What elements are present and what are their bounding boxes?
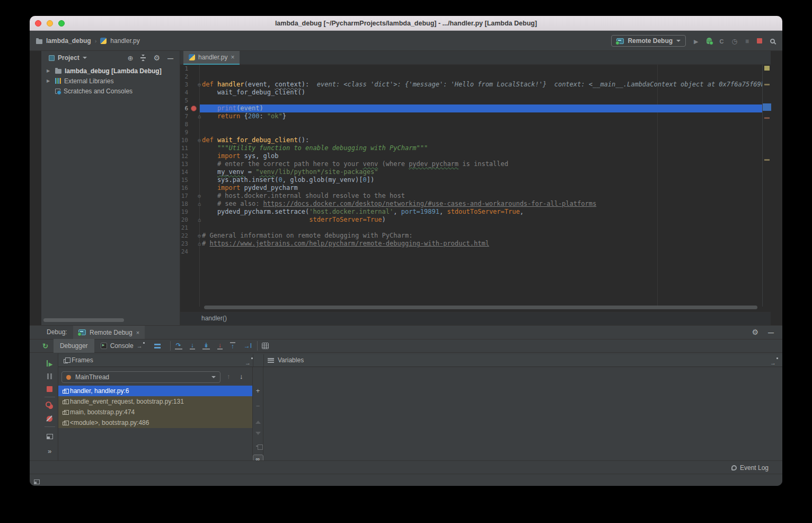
variables-menu-icon[interactable] [268, 358, 274, 363]
step-over-icon[interactable] [175, 342, 182, 350]
editor-tab-handler-py[interactable]: handler.py × [183, 51, 240, 65]
next-frame-icon[interactable]: ↓ [240, 372, 243, 380]
add-icon[interactable]: + [256, 387, 260, 395]
duplicate-icon[interactable] [256, 446, 260, 447]
variables-pin-icon[interactable] [770, 358, 776, 367]
tree-item[interactable]: Scratches and Consoles [41, 86, 180, 96]
restore-layout-icon[interactable] [47, 434, 53, 439]
code-line[interactable]: 4 wait_for_debug_client() [180, 89, 771, 97]
line-number[interactable]: 11 [180, 144, 188, 152]
line-number[interactable]: 23 [180, 240, 188, 248]
code-line[interactable]: 16 import pydevd_pycharm [180, 184, 771, 192]
code-line[interactable]: 18⌂ # see also: https://docs.docker.com/… [180, 200, 771, 208]
code-line[interactable]: 14 my_venv = "venv/lib/python*/site-pack… [180, 168, 771, 176]
line-number[interactable]: 5 [180, 97, 188, 104]
code-line[interactable]: 3⊖def handler(event, context): event: <c… [180, 81, 771, 89]
line-number[interactable]: 20 [180, 216, 188, 224]
tab-console[interactable]: Console [94, 339, 149, 353]
code-line[interactable]: 19 pydevd_pycharm.settrace('host.docker.… [180, 208, 771, 216]
editor-horizontal-scrollbar[interactable] [204, 306, 757, 309]
line-number[interactable]: 18 [180, 200, 188, 208]
frame-row[interactable]: handle_event_request, bootstrap.py:131 [58, 396, 252, 407]
line-number[interactable]: 15 [180, 176, 188, 184]
close-tab-icon[interactable]: × [231, 54, 234, 61]
breakpoint-icon[interactable] [191, 106, 197, 111]
code-line[interactable]: 21 [180, 224, 771, 232]
code-line[interactable]: 15 sys.path.insert(0, glob.glob(my_venv)… [180, 176, 771, 184]
line-number[interactable]: 22 [180, 232, 188, 240]
previous-frame-icon[interactable]: ↑ [227, 372, 231, 380]
frame-row[interactable]: main, bootstrap.py:474 [58, 407, 252, 417]
run-to-cursor-icon[interactable] [243, 343, 253, 349]
line-number[interactable]: 24 [180, 248, 188, 256]
line-number[interactable]: 10 [180, 136, 188, 144]
rerun-icon[interactable] [42, 341, 48, 351]
resume-icon[interactable] [47, 360, 53, 367]
code-line[interactable]: 2 [180, 73, 771, 81]
editor-error-stripe[interactable] [762, 65, 771, 307]
project-panel-title[interactable]: Project [58, 54, 80, 62]
event-log-button[interactable]: Event Log [731, 461, 769, 474]
code-line[interactable]: 9 [180, 128, 771, 136]
breadcrumb-project[interactable]: lambda_debug [46, 37, 91, 45]
tool-window-toggle-icon[interactable] [34, 480, 40, 484]
code-line[interactable]: 22⊖# General information on remote debug… [180, 232, 771, 240]
step-into-my-code-icon[interactable] [217, 342, 223, 350]
code-line[interactable]: 17⊖ # host.docker.internal should resolv… [180, 192, 771, 200]
expand-arrow-icon[interactable]: ▶ [47, 68, 52, 73]
force-step-into-icon[interactable] [202, 342, 210, 350]
tree-item[interactable]: ▶External Libraries [41, 76, 180, 86]
code-line[interactable]: 24 [180, 248, 771, 256]
tree-item[interactable]: ▶lambda_debug [Lambda Debug] [41, 66, 180, 76]
stop-icon[interactable] [757, 38, 762, 43]
project-horizontal-scrollbar[interactable] [43, 318, 124, 322]
code-line[interactable]: 1 [180, 65, 771, 73]
code-area[interactable]: 123⊖def handler(event, context): event: … [180, 65, 771, 307]
collapse-all-icon[interactable] [140, 55, 146, 61]
line-number[interactable]: 9 [180, 128, 188, 136]
settings-icon[interactable] [153, 53, 160, 63]
layout-settings-icon[interactable] [154, 344, 161, 348]
breadcrumb-function[interactable]: handler() [201, 315, 227, 322]
profiler-clock-icon[interactable] [732, 36, 737, 46]
step-out-icon[interactable] [230, 342, 235, 350]
code-line[interactable]: 13 # enter the correct path here to your… [180, 160, 771, 168]
profile-icon[interactable] [720, 36, 724, 46]
breadcrumb-file[interactable]: handler.py [110, 37, 139, 45]
stop-icon[interactable] [47, 386, 52, 392]
line-number[interactable]: 1 [180, 65, 188, 73]
evaluate-expression-icon[interactable] [262, 343, 269, 349]
line-number[interactable]: 3 [180, 81, 188, 89]
code-line[interactable]: 23⌂# https://www.jetbrains.com/help/pych… [180, 240, 771, 248]
debug-session-tab[interactable]: Remote Debug × [73, 326, 145, 339]
search-icon[interactable] [770, 39, 775, 43]
line-number[interactable]: 2 [180, 73, 188, 81]
locate-icon[interactable] [128, 53, 134, 63]
more-icon[interactable] [48, 446, 51, 456]
code-line[interactable]: 5 [180, 97, 771, 104]
rerun-list-icon[interactable] [745, 36, 749, 46]
close-session-icon[interactable]: × [136, 329, 139, 336]
jump-to-output-icon[interactable] [137, 342, 143, 350]
run-icon[interactable] [694, 36, 698, 46]
line-number[interactable]: 13 [180, 160, 188, 168]
line-number[interactable]: 6 [180, 104, 188, 112]
line-number[interactable]: 16 [180, 184, 188, 192]
run-configuration-select[interactable]: Remote Debug [611, 35, 686, 47]
line-number[interactable]: 21 [180, 224, 188, 232]
remove-icon[interactable]: − [256, 403, 260, 410]
frame-row[interactable]: <module>, bootstrap.py:486 [58, 417, 252, 428]
frames-pin-icon[interactable] [245, 358, 251, 367]
code-line[interactable]: 7⌂ return {200: "ok"} [180, 112, 771, 120]
thread-selector[interactable]: MainThread [61, 371, 220, 383]
gear-icon[interactable] [752, 327, 758, 337]
expand-arrow-icon[interactable]: ▶ [47, 79, 52, 83]
line-number[interactable]: 7 [180, 112, 188, 120]
debug-icon[interactable] [707, 38, 712, 44]
code-line[interactable]: 20⌂ stderrToServer=True) [180, 216, 771, 224]
line-number[interactable]: 4 [180, 89, 188, 97]
code-line[interactable]: 6 print(event) [180, 104, 771, 112]
hide-panel-icon[interactable] [768, 327, 774, 337]
code-line[interactable]: 8 [180, 120, 771, 128]
line-number[interactable]: 8 [180, 120, 188, 128]
